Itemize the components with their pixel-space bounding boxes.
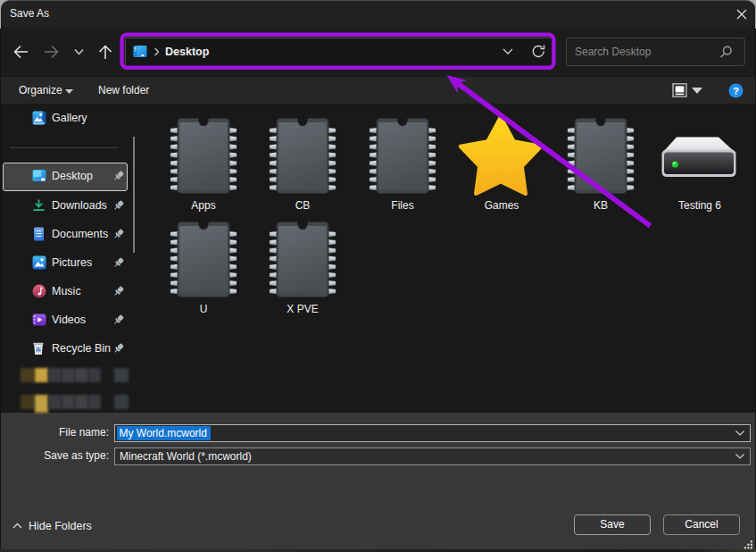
svg-text:?: ? <box>733 86 739 96</box>
